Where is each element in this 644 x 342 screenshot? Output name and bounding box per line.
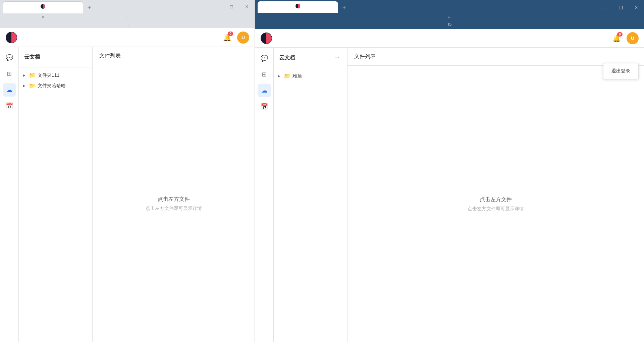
b1-folder-2[interactable]: ▶ 📁 文件夹哈哈哈	[19, 80, 92, 91]
b2-file-panel-title: 云文档	[279, 54, 295, 61]
b2-file-tree: ▶ 📁 难顶	[274, 68, 347, 342]
b2-user-avatar-header[interactable]: U	[627, 32, 639, 44]
browser1-new-tab[interactable]: +	[85, 3, 94, 12]
b2-folder-1-icon: 📁	[284, 73, 290, 79]
browser1-active-tab[interactable]: Collaborative Platform ×	[3, 1, 83, 13]
b1-app-header: 🔔 0 U	[0, 28, 255, 47]
b2-notification-btn[interactable]: 🔔 0	[610, 32, 623, 44]
b1-sidebar: 💬 ⊞ ☁ 📅	[0, 47, 19, 342]
b1-app-area: 🔔 0 U 💬 ⊞ ☁ 📅	[0, 28, 255, 342]
b2-sidebar-cloud[interactable]: ☁	[258, 84, 271, 97]
b1-maximize[interactable]: □	[224, 1, 239, 12]
b1-notification-badge: 0	[228, 32, 233, 36]
b2-reload[interactable]: ↻	[444, 21, 455, 28]
b1-main-content: 文件列表 点击左方文件 点击左方文件即可显示详情	[93, 47, 255, 342]
b1-notification-btn[interactable]: 🔔 0	[221, 32, 233, 44]
b2-restore[interactable]: ❐	[613, 3, 629, 13]
b2-app-header: 🔔 0 U	[255, 29, 644, 48]
logout-dropdown: 退出登录	[603, 63, 639, 79]
b1-file-panel: 云文档 ··· ▶ 📁 文件夹111 ▶ 📁	[19, 47, 93, 342]
b2-app-logo	[260, 32, 272, 44]
logout-item[interactable]: 退出登录	[603, 65, 638, 77]
b2-app-area: 🔔 0 U 退出登录 💬 ⊞ ☁ 📅	[255, 29, 644, 342]
b1-sidebar-cloud[interactable]: ☁	[3, 83, 16, 97]
b2-folder-1[interactable]: ▶ 📁 难顶	[274, 71, 347, 81]
b1-app-logo	[5, 32, 17, 44]
b1-main-header: 文件列表	[93, 47, 255, 65]
b2-folder-1-arrow: ▶	[278, 74, 282, 78]
b2-close[interactable]: ×	[629, 3, 644, 13]
browser2-active-tab[interactable]: Collaborative Platform ×	[258, 1, 338, 13]
b1-folder-1-icon: 📁	[29, 72, 36, 78]
b1-folder-1[interactable]: ▶ 📁 文件夹111	[19, 70, 92, 80]
b1-sidebar-grid[interactable]: ⊞	[3, 67, 16, 80]
b1-file-panel-title: 云文档	[24, 54, 40, 61]
b1-minimize[interactable]: —	[208, 1, 224, 12]
b1-folder-2-arrow: ▶	[23, 84, 27, 88]
b2-minimize[interactable]: —	[598, 3, 613, 13]
b2-placeholder-sub: 点击左方文件即可显示详情	[468, 206, 524, 212]
b2-main-content: 文件列表 点击左方文件 点击左方文件即可显示详情	[347, 48, 644, 342]
b1-folder-2-name: 文件夹哈哈哈	[38, 83, 66, 89]
b1-folder-1-name: 文件夹111	[38, 72, 59, 78]
tab-favicon-1	[40, 4, 46, 9]
b1-more-btn[interactable]: ···	[77, 52, 87, 62]
b1-sidebar-calendar[interactable]: 📅	[3, 99, 16, 113]
b1-placeholder-sub: 点击左方文件即可显示详情	[146, 206, 202, 212]
b2-placeholder-title: 点击左方文件	[480, 196, 512, 203]
b2-sidebar-grid[interactable]: ⊞	[258, 68, 271, 81]
b1-placeholder-title: 点击左方文件	[158, 196, 190, 203]
b2-notification-badge: 0	[617, 32, 623, 37]
b1-back[interactable]: ←	[123, 15, 132, 21]
b2-sidebar: 💬 ⊞ ☁ 📅	[255, 48, 274, 342]
b1-file-tree: ▶ 📁 文件夹111 ▶ 📁 文件夹哈哈哈	[19, 67, 92, 342]
b1-close[interactable]: ×	[239, 1, 255, 12]
b2-sidebar-calendar[interactable]: 📅	[258, 100, 271, 113]
b2-more-btn[interactable]: ···	[332, 53, 342, 62]
b1-user-avatar[interactable]: U	[237, 32, 249, 44]
b2-main-header: 文件列表	[347, 48, 644, 66]
b1-folder-2-icon: 📁	[29, 82, 36, 89]
tab-favicon-2	[295, 3, 301, 9]
b1-sidebar-chat[interactable]: 💬	[3, 51, 16, 64]
b2-file-panel: 云文档 ··· ▶ 📁 难顶	[274, 48, 347, 342]
b1-folder-1-arrow: ▶	[23, 73, 27, 77]
browser2-new-tab[interactable]: +	[339, 3, 349, 12]
b2-back[interactable]: ←	[444, 14, 455, 20]
b2-folder-1-name: 难顶	[292, 73, 302, 79]
b2-sidebar-chat[interactable]: 💬	[258, 52, 271, 65]
